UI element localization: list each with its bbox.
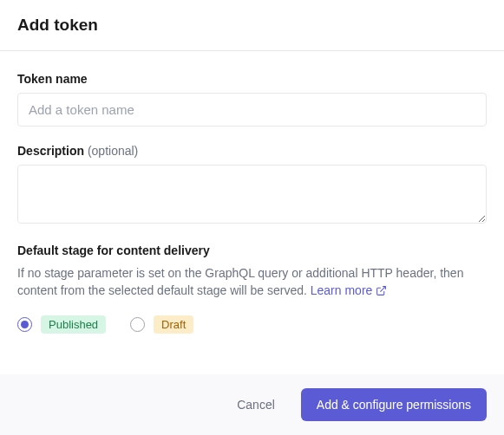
external-link-icon [376, 285, 387, 296]
svg-line-0 [381, 287, 386, 292]
learn-more-link[interactable]: Learn more [311, 282, 388, 299]
draft-badge: Draft [154, 315, 193, 334]
radio-icon [17, 317, 32, 332]
radio-icon [130, 317, 145, 332]
description-input[interactable] [17, 165, 487, 224]
dialog-footer: Cancel Add & configure permissions [0, 374, 504, 435]
optional-hint: (optional) [88, 144, 138, 158]
default-stage-label: Default stage for content delivery [17, 243, 487, 257]
token-name-input[interactable] [17, 93, 487, 127]
help-text-content: If no stage parameter is set on the Grap… [17, 266, 463, 297]
cancel-button[interactable]: Cancel [221, 388, 291, 421]
stage-option-draft[interactable]: Draft [130, 315, 193, 334]
token-name-field: Token name [17, 72, 487, 127]
dialog-title: Add token [17, 16, 487, 35]
default-stage-help: If no stage parameter is set on the Grap… [17, 264, 487, 300]
dialog-header: Add token [0, 0, 504, 51]
default-stage-field: Default stage for content delivery If no… [17, 243, 487, 334]
description-label-text: Description [17, 144, 84, 158]
published-badge: Published [41, 315, 106, 334]
token-name-label: Token name [17, 72, 487, 86]
submit-button[interactable]: Add & configure permissions [301, 388, 487, 421]
stage-radio-group: Published Draft [17, 315, 487, 334]
description-label: Description (optional) [17, 144, 487, 158]
dialog-content: Token name Description (optional) Defaul… [0, 51, 504, 374]
description-field: Description (optional) [17, 144, 487, 226]
learn-more-text: Learn more [311, 282, 373, 299]
stage-option-published[interactable]: Published [17, 315, 106, 334]
